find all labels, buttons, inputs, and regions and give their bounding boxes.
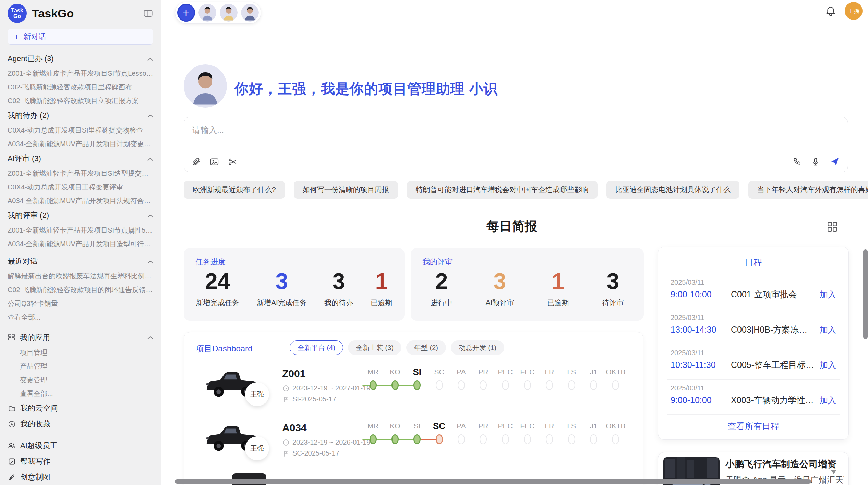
sidebar-section-header[interactable]: 我的待办 (2) [8, 108, 153, 123]
divider [8, 435, 153, 435]
creative-drawing-icon [8, 473, 16, 481]
sidebar-item-favorites[interactable]: 我的收藏 [0, 416, 161, 432]
project-dashboard-card: 项目Dashboard 全新平台 (4)全新上装 (3)年型 (2)动总开发 (… [184, 332, 643, 485]
layout-grid-icon[interactable] [826, 221, 839, 233]
sidebar-section-header[interactable]: AI评审 (3) [8, 151, 153, 166]
my-reviews-label: 我的评审 [422, 257, 453, 267]
writing-label: 帮我写作 [20, 456, 50, 467]
chevron-up-icon [147, 257, 153, 266]
sidebar-collapse-icon[interactable] [143, 8, 153, 18]
attachment-icon[interactable] [192, 157, 201, 166]
sidebar-item[interactable]: C0X4-动力总成开发项目SI里程碑提交物检查 [8, 123, 153, 137]
task-progress-stats: 24新增完成任务3新增AI完成任务3我的待办1已逾期 [187, 268, 401, 308]
avatar-teammate-3[interactable] [241, 4, 259, 22]
vertical-scrollbar[interactable] [863, 249, 868, 339]
scroll-right-arrow-icon[interactable] [822, 480, 826, 484]
filter-chip[interactable]: 动总开发 (1) [451, 340, 504, 355]
sidebar-section-header[interactable]: 最近对话 [8, 253, 153, 269]
suggestion-chip[interactable]: 如何写一份清晰的项目周报 [294, 181, 398, 199]
sidebar-section-header[interactable]: Agent已办 (3) [8, 51, 153, 66]
my-apps-label: 我的应用 [20, 333, 143, 343]
sidebar-subitem[interactable]: 项目管理 [20, 346, 153, 359]
avatar-teammate-2[interactable] [220, 4, 238, 22]
suggestion-chip[interactable]: 比亚迪全固态电池计划具体说了什么 [606, 181, 739, 199]
sidebar-item[interactable]: C02-飞腾新能源轻客改款项目里程碑画布 [8, 80, 153, 94]
sidebar-item[interactable]: C02-飞腾新能源轻客改款项目立项汇报方案 [8, 94, 153, 108]
sidebar-item[interactable]: Z001-全新燃油轻卡产品开发项目SI节点属性5D文件评审 [8, 223, 153, 237]
milestone: SI [407, 421, 428, 444]
sidebar-subitem[interactable]: 变更管理 [20, 373, 153, 387]
sidebar-item-cloud-space[interactable]: 我的云空间 [0, 400, 161, 416]
milestone-node [524, 380, 531, 390]
stat-label: 已逾期 [547, 298, 569, 308]
chat-input[interactable] [192, 124, 740, 146]
project-code[interactable]: Z001 [282, 368, 305, 380]
sidebar-item[interactable]: 查看全部... [8, 310, 153, 324]
my-reviews-card: 我的评审 2进行中3AI预评审1已逾期3待评审 [411, 248, 644, 321]
sidebar-item-my-apps[interactable]: 我的应用 [0, 330, 161, 346]
filter-chip[interactable]: 年型 (2) [406, 340, 446, 355]
stat: 3我的待办 [324, 268, 353, 308]
image-icon[interactable] [210, 157, 219, 166]
new-chat-button[interactable]: + 新对话 [8, 29, 153, 45]
sidebar-sections: Agent已办 (3)Z001-全新燃油皮卡产品开发项目SI节点Lesson L… [0, 51, 161, 324]
event-date: 2025/03/11 [671, 349, 836, 357]
sidebar-item[interactable]: Z001-全新燃油皮卡产品开发项目SI节点Lesson Learn报告 [8, 66, 153, 80]
sidebar-item[interactable]: A034-全新新能源MUV产品开发项目计划变更表编写 [8, 137, 153, 151]
chevron-up-icon[interactable] [147, 335, 153, 341]
suggestion-chip[interactable]: 特朗普可能对进口汽车增税会对中国车企造成哪些影响 [407, 181, 598, 199]
stat-label: 待评审 [602, 298, 624, 308]
daily-brief-title: 每日简报 [175, 218, 849, 235]
milestone-track: MRKOSISCPAPRPECFECLRLSJ1OKTB [362, 421, 626, 455]
join-button[interactable]: 加入 [820, 360, 836, 371]
sidebar-subitem[interactable]: 查看全部... [20, 387, 153, 400]
task-progress-card: 任务进度 24新增完成任务3新增AI完成任务3我的待办1已逾期 [184, 248, 405, 321]
user-avatar[interactable]: 王强 [845, 2, 863, 20]
notification-bell-icon[interactable] [825, 6, 836, 16]
sidebar-item[interactable]: A034-全新新能源MUV产品开发项目造型可行性评审 [8, 237, 153, 251]
sidebar-item[interactable]: A034-全新新能源MUV产品开发项目法规符合性评审 [8, 194, 153, 208]
stat: 3新增AI完成任务 [257, 268, 307, 308]
project-code[interactable]: A034 [282, 422, 307, 434]
sidebar-subitem[interactable]: 产品管理 [20, 359, 153, 373]
sidebar-item-creative-drawing[interactable]: 创意制图 [0, 469, 161, 485]
app-title: TaskGo [32, 7, 74, 20]
sidebar-item-ai-staff[interactable]: AI超级员工 [0, 438, 161, 453]
sidebar-section-header[interactable]: 我的评审 (2) [8, 208, 153, 223]
agent-switcher: + [175, 2, 261, 24]
avatar-teammate-1[interactable] [198, 4, 216, 22]
event-row: 10:30-11:30C005-整车工程目标评审加入 [671, 359, 836, 371]
add-agent-button[interactable]: + [177, 4, 195, 22]
filter-chip[interactable]: 全新平台 (4) [290, 340, 343, 355]
task-progress-label: 任务进度 [195, 257, 226, 267]
join-button[interactable]: 加入 [820, 289, 836, 300]
milestone: OKTB [605, 366, 626, 390]
scroll-down-arrow-icon[interactable] [831, 470, 836, 474]
join-button[interactable]: 加入 [820, 324, 836, 335]
phone-icon[interactable] [793, 157, 801, 166]
sidebar-item[interactable]: C02-飞腾新能源轻客改款项目的闭环通告反馈情况 [8, 283, 153, 297]
stat: 1已逾期 [371, 268, 392, 308]
scissors-icon[interactable] [228, 157, 237, 166]
stat-value: 3 [607, 268, 619, 295]
milestone-label: LS [567, 366, 576, 377]
milestone-node [413, 434, 421, 444]
sidebar-item[interactable]: Z001-全新燃油轻卡产品开发项目SI造型提交物评审 [8, 166, 153, 180]
event-row: 9:00-10:00X003-车辆动力学性能验...加入 [671, 395, 836, 406]
microphone-icon[interactable] [811, 157, 820, 166]
view-all-schedule-link[interactable]: 查看所有日程 [658, 421, 848, 432]
send-icon[interactable] [830, 157, 840, 166]
sidebar-item[interactable]: C0X4-动力总成开发项目工程变更评审 [8, 180, 153, 194]
greeting-text: 你好，王强，我是你的项目管理助理 小识 [234, 79, 498, 98]
horizontal-scrollbar[interactable] [175, 479, 811, 484]
sidebar-item[interactable]: 公司Q3轻卡销量 [8, 297, 153, 310]
sidebar-item[interactable]: 解释最新出台的欧盟报废车法规再生塑料比例被调至15%... [8, 269, 153, 283]
event-time: 10:30-11:30 [671, 360, 722, 370]
event-time: 9:00-10:00 [671, 289, 722, 299]
filter-chip[interactable]: 全新上装 (3) [348, 340, 401, 355]
join-button[interactable]: 加入 [820, 395, 836, 406]
project-daterange-text: 2023-12-19 ~ 2027-01-19 [292, 384, 370, 392]
sidebar-item-writing[interactable]: 帮我写作 [0, 453, 161, 469]
suggestion-chip[interactable]: 欧洲新规最近颁布了什么? [184, 181, 285, 199]
suggestion-chip[interactable]: 当下年轻人对汽车外观有怎样的喜好趋势 [748, 181, 868, 199]
